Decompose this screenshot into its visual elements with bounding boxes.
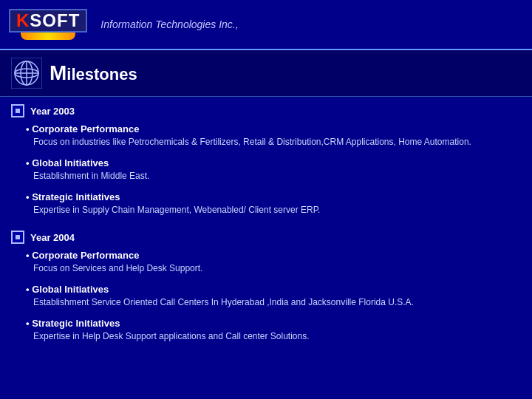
- milestone-title-1-1: Global Initiatives: [26, 284, 521, 295]
- milestone-title-0-1: Global Initiatives: [26, 157, 521, 168]
- milestone-item-0-2: Strategic InitiativesExpertise in Supply…: [11, 191, 521, 216]
- year-section-0: Year 2003Corporate PerformanceFocus on i…: [11, 104, 521, 216]
- milestone-title-0-2: Strategic Initiatives: [26, 191, 521, 202]
- page-title-m: M: [50, 61, 66, 84]
- logo: KSOFT: [9, 9, 87, 40]
- year-label-1: Year 2004: [30, 232, 75, 243]
- year-section-1: Year 2004Corporate PerformanceFocus on S…: [11, 231, 521, 342]
- milestone-desc-1-2: Expertise in Help Desk Support applicati…: [26, 330, 521, 343]
- milestone-desc-0-2: Expertise in Supply Chain Management, We…: [26, 204, 521, 216]
- logo-soft: SOFT: [30, 10, 80, 30]
- logo-k: K: [16, 10, 30, 30]
- year-header-1: Year 2004: [11, 231, 521, 244]
- milestone-title-0-0: Corporate Performance: [26, 123, 521, 134]
- logo-text: KSOFT: [9, 9, 87, 33]
- page-title: Milestones: [50, 61, 137, 85]
- header: KSOFT Information Technologies Inc.,: [0, 0, 532, 50]
- milestone-desc-0-0: Focus on industries like Petrochemicals …: [26, 136, 521, 149]
- year-icon-1: [11, 231, 24, 244]
- milestone-item-0-0: Corporate PerformanceFocus on industries…: [11, 123, 521, 149]
- milestone-desc-1-1: Establishment Service Oriented Call Cent…: [26, 296, 521, 309]
- milestone-item-0-1: Global InitiativesEstablishment in Middl…: [11, 157, 521, 183]
- milestone-title-1-2: Strategic Initiatives: [26, 318, 521, 329]
- milestone-desc-0-1: Establishment in Middle East.: [26, 170, 521, 183]
- milestone-item-1-2: Strategic InitiativesExpertise in Help D…: [11, 318, 521, 343]
- milestone-title-1-0: Corporate Performance: [26, 250, 521, 261]
- header-subtitle-area: Information Technologies Inc.,: [93, 18, 238, 31]
- milestone-desc-1-0: Focus on Services and Help Desk Support.: [26, 262, 521, 275]
- milestone-item-1-0: Corporate PerformanceFocus on Services a…: [11, 250, 521, 275]
- page-title-rest: ilestones: [66, 65, 137, 83]
- header-subtitle: Information Technologies Inc.,: [100, 18, 238, 30]
- year-icon-0: [11, 104, 24, 117]
- milestone-item-1-1: Global InitiativesEstablishment Service …: [11, 284, 521, 309]
- year-label-0: Year 2003: [30, 106, 75, 117]
- globe-icon: [11, 58, 42, 89]
- page-title-area: Milestones: [0, 50, 532, 97]
- content-area: Year 2003Corporate PerformanceFocus on i…: [0, 97, 532, 399]
- logo-flame: [21, 33, 75, 40]
- year-header-0: Year 2003: [11, 104, 521, 117]
